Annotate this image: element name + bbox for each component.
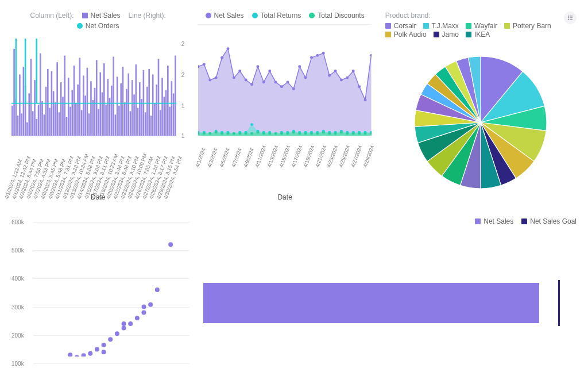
svg-rect-5 [21, 113, 22, 136]
svg-rect-90 [36, 39, 37, 103]
svg-point-206 [142, 305, 146, 309]
pie-legend-item[interactable]: Jamo [434, 30, 459, 39]
svg-rect-186 [570, 17, 572, 18]
pie-legend-item[interactable]: IKEA [466, 30, 490, 39]
bar-goal-chart: Net Sales Net Sales Goal [203, 217, 577, 356]
svg-rect-61 [126, 89, 127, 136]
svg-rect-17 [44, 114, 45, 136]
svg-point-119 [358, 85, 361, 88]
svg-rect-44 [94, 88, 96, 136]
svg-point-178 [352, 132, 355, 135]
svg-point-121 [370, 54, 372, 57]
scatter-ytick: 400k [11, 275, 24, 282]
svg-point-95 [215, 76, 218, 79]
net-sales-bar [203, 283, 539, 323]
svg-point-154 [209, 132, 212, 135]
svg-point-161 [250, 132, 253, 135]
combo-plot[interactable]: 1122 4/1/2024, 1:22 AM4/1/2024, 12:42 PM… [11, 34, 184, 136]
pie-legend: Product brand: CorsairT.J.MaxxWayfairPot… [385, 12, 577, 39]
svg-rect-85 [171, 81, 173, 136]
svg-point-99 [239, 70, 242, 72]
svg-point-176 [340, 131, 343, 134]
svg-point-194 [75, 355, 79, 356]
svg-rect-72 [146, 87, 148, 136]
area-xtick: 4/27/2024 [350, 144, 363, 168]
svg-point-204 [128, 321, 133, 326]
svg-point-200 [108, 337, 113, 342]
area-xtick: 4/3/2024 [207, 144, 220, 168]
pie-plot[interactable] [385, 44, 577, 201]
svg-rect-9 [28, 93, 30, 136]
svg-rect-62 [127, 74, 129, 136]
svg-point-177 [346, 132, 349, 135]
pie-legend-item[interactable]: Wayfair [466, 22, 497, 30]
svg-rect-59 [122, 67, 124, 136]
svg-rect-31 [69, 107, 71, 136]
pie-legend-item[interactable]: T.J.Maxx [423, 22, 459, 30]
svg-rect-8 [26, 122, 28, 136]
scatter-ytick: 300k [11, 304, 24, 310]
svg-point-184 [568, 19, 569, 20]
svg-rect-26 [60, 82, 62, 136]
pie-chart: Product brand: CorsairT.J.MaxxWayfairPot… [385, 12, 577, 201]
svg-rect-22 [53, 91, 55, 136]
area-plot[interactable]: 4/1/20244/3/20244/5/20244/7/20244/9/2024… [198, 24, 371, 136]
legend-net-sales-area[interactable]: Net Sales [206, 12, 244, 20]
svg-rect-42 [90, 81, 92, 136]
svg-point-106 [280, 85, 283, 88]
pie-legend-item[interactable]: Corsair [385, 22, 416, 30]
legend-text: Net Orders [86, 22, 119, 30]
svg-point-131 [250, 123, 253, 126]
area-xtick: 4/21/2024 [314, 144, 327, 168]
combo-right-label: Line (Right): [129, 12, 166, 20]
area-xtick: 4/15/2024 [278, 144, 292, 168]
legend-net-orders[interactable]: Net Orders [77, 22, 119, 30]
svg-rect-25 [59, 112, 60, 136]
combo-left-label: Column (Left): [30, 12, 74, 20]
svg-rect-71 [145, 112, 146, 136]
svg-rect-89 [25, 39, 26, 103]
legend-total-discounts[interactable]: Total Discounts [309, 12, 364, 20]
svg-rect-58 [120, 83, 122, 136]
svg-point-93 [203, 63, 206, 66]
svg-rect-28 [64, 56, 65, 136]
svg-rect-74 [150, 116, 152, 136]
legend-total-returns[interactable]: Total Returns [252, 12, 301, 20]
svg-point-104 [269, 70, 272, 72]
svg-rect-67 [137, 108, 139, 136]
svg-point-112 [316, 54, 319, 57]
svg-point-118 [352, 70, 355, 72]
svg-point-117 [346, 76, 349, 79]
net-sales-goal-marker [558, 280, 560, 326]
area-xtick: 4/9/2024 [242, 144, 256, 168]
menu-icon[interactable] [564, 12, 577, 24]
svg-point-155 [215, 131, 218, 134]
legend-bar-goal[interactable]: Net Sales Goal [521, 217, 577, 225]
svg-rect-76 [154, 103, 156, 136]
pie-legend-item[interactable]: Polk Audio [385, 30, 427, 39]
svg-rect-77 [156, 85, 157, 136]
svg-point-159 [239, 132, 242, 135]
svg-rect-82 [165, 90, 167, 136]
svg-rect-84 [169, 107, 171, 136]
svg-point-164 [269, 132, 272, 135]
combo-ytick: 1 [181, 103, 185, 109]
svg-point-160 [245, 132, 247, 135]
svg-point-156 [220, 132, 223, 135]
svg-point-179 [358, 132, 361, 135]
svg-rect-30 [68, 78, 69, 136]
svg-rect-87 [175, 56, 176, 136]
area-xtick: 4/19/2024 [302, 144, 315, 168]
svg-point-109 [299, 65, 301, 68]
svg-point-196 [88, 351, 92, 356]
pie-legend-item[interactable]: Pottery Barn [504, 22, 551, 30]
legend-net-sales[interactable]: Net Sales [82, 12, 121, 20]
pie-group-label: Product brand: [385, 12, 431, 20]
combo-ytick: 1 [181, 133, 185, 139]
scatter-chart[interactable]: 100k200k300k400k500k600k [11, 217, 189, 356]
svg-rect-37 [81, 110, 83, 136]
legend-bar-net-sales[interactable]: Net Sales [475, 217, 513, 225]
svg-point-120 [364, 98, 367, 101]
svg-point-111 [310, 56, 313, 59]
scatter-ytick: 200k [11, 332, 24, 338]
